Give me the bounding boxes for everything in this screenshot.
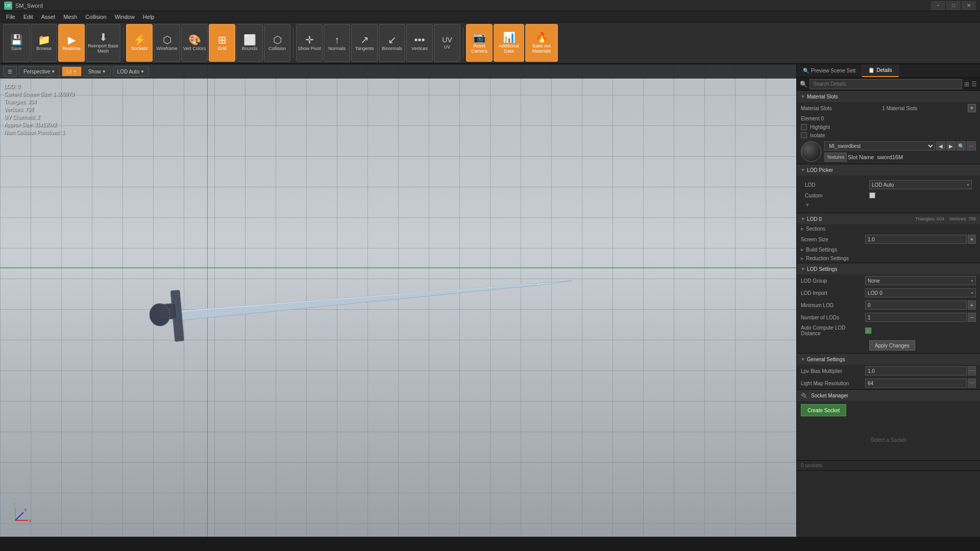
minimum-lod-add-btn[interactable]: + xyxy=(968,300,976,310)
apply-changes-button[interactable]: Apply Changes xyxy=(869,340,915,350)
sections-label: Sections xyxy=(806,226,825,232)
additional-data-icon: 📊 xyxy=(503,32,516,42)
material-options[interactable]: ⋯ xyxy=(967,141,976,151)
vert-colors-label: Vert Colors xyxy=(183,46,206,52)
build-settings-row[interactable]: ▶ Build Settings xyxy=(797,245,980,254)
layout-list-icon[interactable]: ☰ xyxy=(971,81,977,88)
viewport-menu-button[interactable]: ☰ xyxy=(3,66,17,77)
reduction-settings-label: Reduction Settings xyxy=(806,256,849,261)
lightmap-options-btn[interactable]: ⋯ xyxy=(968,379,976,388)
material-slots-title: Material Slots xyxy=(807,94,838,99)
lod-picker-header[interactable]: ▼ LOD Picker xyxy=(797,164,980,176)
num-lods-minus-btn[interactable]: − xyxy=(968,313,976,322)
lod-select[interactable]: LOD Auto xyxy=(869,180,972,189)
collision-button[interactable]: ⬡ Collision xyxy=(264,24,290,62)
maximize-button[interactable]: □ xyxy=(946,1,961,10)
menu-asset[interactable]: Asset xyxy=(37,11,60,22)
lod-settings-header[interactable]: ▼ LOD Settings xyxy=(797,263,980,274)
vertices-icon: ••• xyxy=(414,35,425,45)
material-search[interactable]: 🔍 xyxy=(957,141,966,151)
tab-details[interactable]: 📋 Details xyxy=(862,64,899,77)
bounds-button[interactable]: ⬜ Bounds xyxy=(236,24,263,62)
lod-button[interactable]: LOD Auto ▼ xyxy=(113,66,149,77)
general-settings-header[interactable]: ▼ General Settings xyxy=(797,354,980,365)
minimum-lod-input[interactable] xyxy=(865,300,967,310)
lod-import-select[interactable]: LOD 0 xyxy=(865,288,976,297)
grid-button[interactable]: ⊞ Grid xyxy=(209,24,235,62)
lit-button[interactable]: Lit ▼ xyxy=(62,66,81,77)
additional-data-button[interactable]: 📊 Additional Data xyxy=(494,24,524,62)
window-controls: − □ ✕ xyxy=(931,1,976,10)
sockets-button[interactable]: ⚡ Sockets xyxy=(126,24,153,62)
lod-group-select[interactable]: None xyxy=(865,276,976,285)
minimize-button[interactable]: − xyxy=(931,1,945,10)
material-nav-forward[interactable]: ▶ xyxy=(946,141,955,151)
lod-group-row: LOD Group None xyxy=(797,274,980,287)
uv-button[interactable]: UV UV xyxy=(434,24,460,62)
custom-color-square[interactable] xyxy=(869,192,875,198)
vert-colors-button[interactable]: 🎨 Vert Colors xyxy=(181,24,208,62)
layout-grid-icon[interactable]: ⊞ xyxy=(964,81,969,88)
vert-colors-icon: 🎨 xyxy=(188,35,201,45)
show-pivot-button[interactable]: ✛ Show Pivot xyxy=(296,24,323,62)
build-settings-label: Build Settings xyxy=(806,247,837,253)
material-nav-back[interactable]: ◀ xyxy=(936,141,945,151)
screen-size-input[interactable] xyxy=(865,235,967,244)
screen-size-add-btn[interactable]: + xyxy=(968,235,976,244)
lpv-input[interactable] xyxy=(865,366,967,375)
search-bar: 🔍 ⊞ ☰ xyxy=(797,78,980,91)
perspective-button[interactable]: Perspective ▼ xyxy=(19,66,60,77)
details-tab-label: Details xyxy=(876,67,892,73)
y-axis-label: Y xyxy=(24,508,27,513)
save-button[interactable]: 💾 Save xyxy=(3,24,30,62)
bake-out-button[interactable]: 🔥 Bake out Materials xyxy=(525,24,558,62)
menu-edit[interactable]: Edit xyxy=(19,11,37,22)
screen-size-row: Screen Size + xyxy=(797,233,980,245)
isolate-checkbox[interactable] xyxy=(801,132,807,138)
menu-file[interactable]: File xyxy=(2,11,19,22)
menu-mesh[interactable]: Mesh xyxy=(59,11,81,22)
lightmap-input[interactable] xyxy=(865,379,967,388)
sockets-icon: ⚡ xyxy=(133,35,146,45)
binormals-icon: ↙ xyxy=(388,35,397,45)
menu-collision[interactable]: Collision xyxy=(81,11,111,22)
material-name-select[interactable]: MI_swordbest xyxy=(824,141,935,151)
sections-row[interactable]: ▶ Sections xyxy=(797,224,980,233)
tab-preview[interactable]: 🔍 Preview Scene Sett xyxy=(797,64,862,77)
lpv-options-btn[interactable]: ⋯ xyxy=(968,366,976,375)
app-icon: UE xyxy=(4,2,12,10)
axis-indicator: X Z Y xyxy=(10,500,36,527)
close-button[interactable]: ✕ xyxy=(962,1,976,10)
lod-settings-content: LOD Group None LOD Import LOD 0 xyxy=(797,274,980,353)
lod-row: LOD LOD Auto xyxy=(801,179,976,191)
show-pivot-icon: ✛ xyxy=(305,35,314,45)
socket-manager-header[interactable]: 🔌 Socket Manager xyxy=(797,390,980,401)
tangents-button[interactable]: ↗ Tangents xyxy=(351,24,378,62)
highlight-checkbox[interactable] xyxy=(801,124,807,130)
reimport-button[interactable]: ⬇ Reimport Base Mesh xyxy=(86,24,120,62)
search-input[interactable] xyxy=(810,79,962,89)
reset-camera-button[interactable]: 📷 Reset Camera xyxy=(466,24,493,62)
realtime-button[interactable]: ▶ Realtime xyxy=(58,24,85,62)
menu-window[interactable]: Window xyxy=(111,11,139,22)
vertices-button[interactable]: ••• Vertices xyxy=(406,24,433,62)
lod-picker-section: ▼ LOD Picker LOD LOD Auto Custom xyxy=(797,164,980,213)
create-socket-button[interactable]: Create Socket xyxy=(801,404,846,416)
material-slots-header[interactable]: ▼ Material Slots xyxy=(797,91,980,102)
add-material-slot-button[interactable]: + xyxy=(968,104,976,112)
general-settings-section: ▼ General Settings Lpv Bias Multiplier ⋯… xyxy=(797,354,980,390)
lod0-header[interactable]: ▼ LOD 0 Triangles: 604 Vertices: 798 xyxy=(797,213,980,224)
viewport[interactable]: ☰ Perspective ▼ Lit ▼ Show ▼ LOD Auto ▼ xyxy=(0,64,796,537)
menu-help[interactable]: Help xyxy=(139,11,159,22)
show-button[interactable]: Show ▼ xyxy=(84,66,111,77)
normals-button[interactable]: ↑ Normals xyxy=(324,24,350,62)
wireframe-button[interactable]: ⬡ Wireframe xyxy=(154,24,180,62)
svg-marker-0 xyxy=(155,280,537,323)
binormals-button[interactable]: ↙ Binormals xyxy=(379,24,405,62)
textures-select[interactable]: Textures xyxy=(824,153,847,162)
auto-compute-checkbox[interactable]: ✓ xyxy=(865,328,871,334)
reduction-settings-row[interactable]: ▶ Reduction Settings xyxy=(797,254,980,263)
browse-button[interactable]: 📁 Browse xyxy=(31,24,57,62)
material-preview-ball xyxy=(801,141,821,162)
num-lods-input[interactable] xyxy=(865,313,967,322)
